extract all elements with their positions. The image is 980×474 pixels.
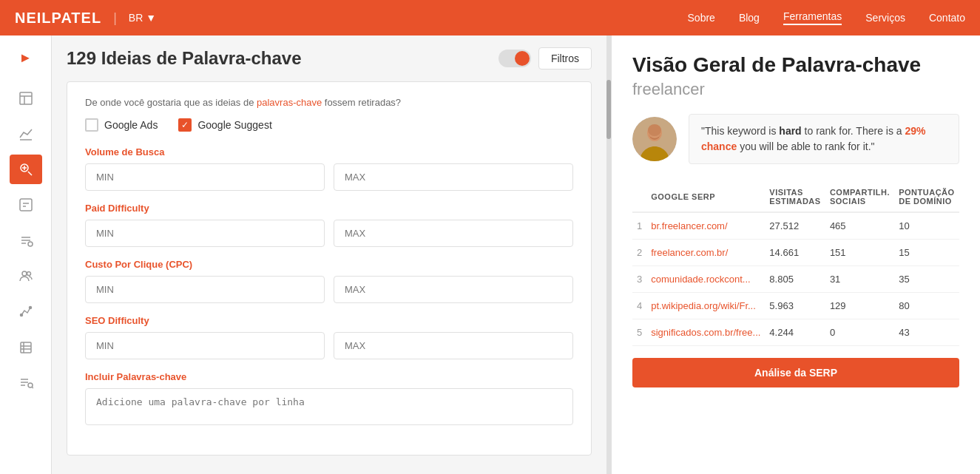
google-ads-checkbox[interactable] <box>85 118 98 132</box>
cell-url[interactable]: freelancer.com.br/ <box>646 240 765 266</box>
sidebar-item-layout[interactable] <box>10 84 42 113</box>
cell-visits: 4.244 <box>765 319 825 346</box>
table-row: 5 significados.com.br/free... 4.244 0 43 <box>632 319 959 346</box>
volume-min[interactable] <box>85 163 325 191</box>
cpc-label: Custo Por Clique (CPC) <box>85 259 573 270</box>
include-textarea[interactable] <box>85 388 573 425</box>
nav-ferramentas[interactable]: Ferramentas <box>783 10 842 25</box>
source-google-ads[interactable]: Google Ads <box>85 118 158 132</box>
sidebar-item-search[interactable] <box>10 226 42 255</box>
cell-domain: 43 <box>894 319 959 346</box>
nav-sobre[interactable]: Sobre <box>688 12 715 24</box>
cell-social: 0 <box>825 319 894 346</box>
cell-domain: 80 <box>894 293 959 319</box>
cell-rank: 1 <box>632 212 646 240</box>
sidebar-item-chart[interactable] <box>10 119 42 149</box>
volume-max[interactable] <box>334 163 573 191</box>
svg-point-15 <box>22 271 27 276</box>
top-nav: NEILPATEL | BR ▼ Sobre Blog Ferramentas … <box>0 0 980 35</box>
serp-analysis-button[interactable]: Análise da SERP <box>632 358 959 387</box>
paid-difficulty-min[interactable] <box>85 220 325 247</box>
sidebar-item-analytics[interactable] <box>10 297 42 326</box>
filter-toggle[interactable] <box>499 50 531 67</box>
insight-text: "This keyword is hard to rank for. There… <box>689 114 959 164</box>
cell-url[interactable]: comunidade.rockcont... <box>646 266 765 293</box>
svg-point-14 <box>28 242 33 246</box>
table-row: 2 freelancer.com.br/ 14.661 151 15 <box>632 240 959 266</box>
insight-box: "This keyword is hard to rank for. There… <box>632 114 959 164</box>
volume-section: Volume de Busca <box>85 146 573 191</box>
svg-point-32 <box>648 124 661 136</box>
col-visits: Visitas Estimadas <box>765 182 825 212</box>
source-checkboxes: Google Ads ✓ Google Suggest <box>85 118 573 132</box>
lang-selector[interactable]: BR ▼ <box>129 12 156 24</box>
source-google-suggest[interactable]: ✓ Google Suggest <box>178 118 271 132</box>
left-panel: 129 Ideias de Palavra-chave Filtros De o… <box>52 35 606 474</box>
cell-visits: 14.661 <box>765 240 825 266</box>
cell-social: 465 <box>825 212 894 240</box>
cpc-max[interactable] <box>334 276 573 303</box>
svg-rect-0 <box>20 92 32 104</box>
filter-button[interactable]: Filtros <box>538 47 592 70</box>
seo-difficulty-section: SEO Difficulty <box>85 315 573 359</box>
sidebar-item-keywords[interactable] <box>10 155 42 184</box>
cell-rank: 5 <box>632 319 646 346</box>
google-suggest-checkbox[interactable]: ✓ <box>178 118 192 132</box>
sidebar: ► <box>0 35 52 474</box>
cell-rank: 3 <box>632 266 646 293</box>
svg-point-26 <box>28 383 33 387</box>
cell-url[interactable]: pt.wikipedia.org/wiki/Fr... <box>646 293 765 319</box>
paid-difficulty-section: Paid Difficulty <box>85 203 573 247</box>
insight-highlight: 29% chance <box>701 125 926 152</box>
cell-rank: 2 <box>632 240 646 266</box>
cpc-section: Custo Por Clique (CPC) <box>85 259 573 303</box>
sidebar-toggle[interactable]: ► <box>13 44 38 72</box>
cell-url[interactable]: significados.com.br/free... <box>646 319 765 346</box>
svg-rect-8 <box>20 199 32 211</box>
nav-blog[interactable]: Blog <box>739 12 760 24</box>
nav-contato[interactable]: Contato <box>929 12 965 24</box>
cell-url[interactable]: br.freelancer.com/ <box>646 212 765 240</box>
cell-domain: 15 <box>894 240 959 266</box>
col-rank <box>632 182 646 212</box>
volume-label: Volume de Busca <box>85 146 573 158</box>
cell-social: 129 <box>825 293 894 319</box>
filter-question: De onde você gostaria que as ideias de p… <box>85 97 573 108</box>
sidebar-item-seo[interactable] <box>10 190 42 220</box>
page-title: 129 Ideias de Palavra-chave <box>67 48 302 69</box>
paid-difficulty-max[interactable] <box>334 220 573 247</box>
right-panel: Visão Geral de Palavra-chave freelancer <box>611 35 980 474</box>
cell-domain: 35 <box>894 266 959 293</box>
panel-header: 129 Ideias de Palavra-chave Filtros <box>67 47 592 70</box>
col-url: Google SERP <box>646 182 765 212</box>
cell-visits: 5.963 <box>765 293 825 319</box>
filter-card: De onde você gostaria que as ideias de p… <box>67 81 592 456</box>
sidebar-item-users[interactable] <box>10 261 42 291</box>
table-row: 4 pt.wikipedia.org/wiki/Fr... 5.963 129 … <box>632 293 959 319</box>
nav-divider: | <box>113 10 117 26</box>
sidebar-item-listsearch[interactable] <box>10 368 42 397</box>
svg-line-5 <box>28 172 32 175</box>
filter-question-link[interactable]: palavras-chave <box>257 97 322 108</box>
col-social: Compartilh. Sociais <box>825 182 894 212</box>
table-row: 1 br.freelancer.com/ 27.512 465 10 <box>632 212 959 240</box>
nav-links: Sobre Blog Ferramentas Serviços Contato <box>688 10 965 25</box>
insight-bold: hard <box>779 125 801 137</box>
nav-servicos[interactable]: Serviços <box>865 12 905 24</box>
seo-difficulty-min[interactable] <box>85 332 325 359</box>
cpc-min[interactable] <box>85 276 325 303</box>
cell-social: 31 <box>825 266 894 293</box>
cell-domain: 10 <box>894 212 959 240</box>
cell-rank: 4 <box>632 293 646 319</box>
overview-title: Visão Geral de Palavra-chave <box>632 53 959 77</box>
seo-difficulty-label: SEO Difficulty <box>85 315 573 326</box>
seo-difficulty-max[interactable] <box>334 332 573 359</box>
paid-difficulty-label: Paid Difficulty <box>85 203 573 214</box>
serp-table: Google SERP Visitas Estimadas Compartilh… <box>632 182 959 346</box>
svg-rect-19 <box>21 342 31 353</box>
sidebar-item-export[interactable] <box>10 332 42 362</box>
cell-visits: 27.512 <box>765 212 825 240</box>
chevron-down-icon: ▼ <box>146 12 156 24</box>
col-domain: Pontuação de Domínio <box>894 182 959 212</box>
svg-point-18 <box>29 307 31 309</box>
